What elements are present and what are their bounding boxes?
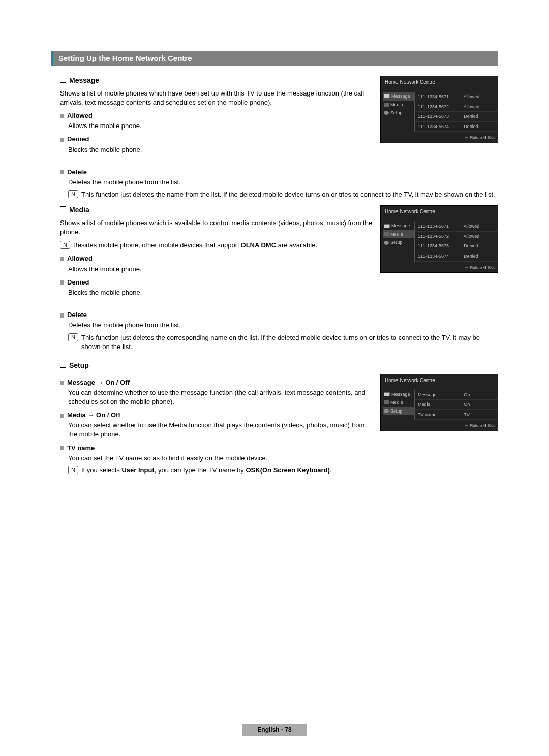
square-icon [60,114,64,118]
return-icon [465,135,470,140]
media-icon [384,103,389,107]
setup-tvn-desc: You can set the TV name so as to find it… [68,454,375,463]
screenshot-message: Home Network Centre Message Media Setup … [380,76,498,143]
section-title: Setting Up the Home Network Centre [51,51,498,66]
return-icon [465,265,470,270]
message-desc: Shows a list of mobile phones which have… [60,89,375,107]
list-item: Media: On [415,400,498,410]
list-item: 111-1234-5674: Denied [415,122,498,132]
delete-note: N This function just deletes the name fr… [68,190,498,199]
media-note: N Besides mobile phone, other mobile dev… [60,241,375,250]
square-icon [60,170,64,174]
square-bullet-icon [60,206,66,212]
envelope-icon [384,94,390,98]
gear-icon [384,409,389,413]
list-item: Message: On [415,390,498,400]
note-icon: N [68,190,78,198]
square-bullet-icon [60,77,66,83]
list-item: 111-1234-5671: Allowed [415,222,498,232]
square-icon [60,381,64,385]
page-footer: English - 78 [0,724,549,736]
denied-desc: Blocks the mobile phone. [68,288,375,297]
list-item: 111-1234-5673: Denied [415,112,498,122]
note-icon: N [68,466,78,474]
gear-icon [384,111,389,115]
sc-side-setup: Setup [383,109,414,117]
sc-side-media: Media [383,398,414,407]
delete-desc: Deletes the mobile phone from the list. [68,321,498,330]
sc-title: Home Network Centre [381,374,498,390]
sc-sidebar: Message Media Setup [381,390,414,420]
sc-title: Home Network Centre [381,76,498,92]
list-item: 111-1234-5674: Denied [415,251,498,262]
square-icon [60,280,64,285]
sc-sidebar: Message Media Setup [381,92,414,132]
sc-setup-list: Message: On Media: On TV name: TV [414,390,498,420]
square-icon [60,313,64,318]
sc-footer: ReturnExit [381,420,498,430]
note-icon: N [68,333,78,341]
denied-heading: Denied [60,135,375,144]
sc-side-setup: Setup [383,407,414,416]
square-icon [60,446,64,450]
envelope-icon [384,224,390,228]
exit-icon [482,423,487,428]
screenshot-setup: Home Network Centre Message Media Setup … [380,374,498,431]
delete-heading: Delete [60,168,498,177]
allowed-heading: Allowed [60,254,375,263]
sc-footer: ReturnExit [381,262,498,272]
screenshot-media: Home Network Centre Message Media Setup … [380,205,498,273]
sc-side-setup: Setup [383,238,414,247]
sc-side-message: Message [383,390,414,399]
denied-desc: Blocks the mobile phone. [68,145,375,154]
setup-heading: Setup [60,361,498,371]
exit-icon [482,265,487,270]
sc-side-message: Message [383,92,414,101]
media-desc: Shows a list of mobile phones which is a… [60,218,375,237]
sc-sidebar: Message Media Setup [381,222,414,261]
sc-side-message: Message [383,222,414,230]
return-icon [465,423,470,428]
sc-title: Home Network Centre [381,206,498,222]
square-bullet-icon [60,362,66,368]
note-icon: N [60,241,70,249]
sc-footer: ReturnExit [381,132,498,142]
delete-desc: Deletes the mobile phone from the list. [68,178,498,187]
square-icon [60,414,64,418]
allowed-desc: Allows the mobile phone. [68,121,375,131]
list-item: 111-1234-5672: Allowed [415,232,498,242]
envelope-icon [384,392,390,396]
allowed-desc: Allows the mobile phone. [68,265,375,274]
media-heading: Media [60,205,375,215]
sc-device-list: 111-1234-5671: Allowed 111-1234-5672: Al… [414,222,498,261]
media-icon [384,232,389,236]
sc-side-media: Media [383,101,414,109]
list-item: 111-1234-5672: Allowed [415,102,498,112]
setup-tvn-heading: TV name [60,444,375,453]
square-icon [60,257,64,261]
delete-heading: Delete [60,310,498,320]
list-item: 111-1234-5673: Denied [415,241,498,251]
message-heading: Message [60,76,375,86]
exit-icon [482,135,487,140]
setup-msg-desc: You can determine whether to use the mes… [68,388,375,406]
allowed-heading: Allowed [60,111,375,120]
denied-heading: Denied [60,278,375,287]
sc-side-media: Media [383,230,414,239]
list-item: TV name: TV [415,410,498,420]
setup-media-heading: Media → On / Off [60,411,375,420]
sc-device-list: 111-1234-5671: Allowed 111-1234-5672: Al… [414,92,498,132]
setup-msg-heading: Message → On / Off [60,378,375,387]
list-item: 111-1234-5671: Allowed [415,92,498,102]
setup-tvn-note: N If you selects User Input, you can typ… [68,466,375,475]
setup-media-desc: You can select whether to use the Media … [68,421,375,439]
media-icon [384,400,389,404]
gear-icon [384,241,389,245]
delete-note: N This function just deletes the corresp… [68,333,498,352]
square-icon [60,138,64,142]
